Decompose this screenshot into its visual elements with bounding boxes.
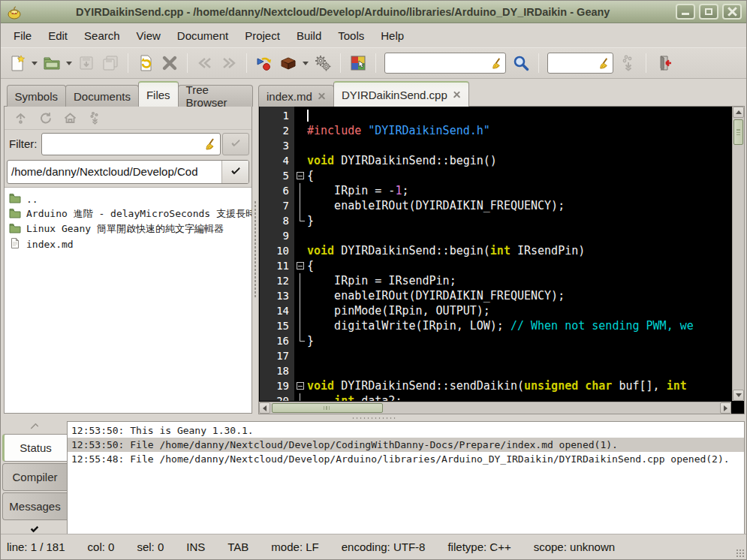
- fold-toggle-icon[interactable]: [297, 382, 304, 390]
- nav-forward-button[interactable]: [217, 51, 241, 75]
- close-button[interactable]: [722, 4, 742, 20]
- fold-margin: [294, 318, 307, 333]
- editor-vertical-scrollbar[interactable]: [732, 107, 744, 401]
- clear-icon[interactable]: [490, 57, 503, 70]
- revert-file-button[interactable]: [134, 51, 158, 75]
- build-dropdown[interactable]: [300, 51, 311, 75]
- nav-back-button[interactable]: [193, 51, 217, 75]
- code-line: 7 enableIROut(DYIRDAIKIN_FREQUENCY);: [260, 198, 731, 213]
- open-file-dropdown[interactable]: [64, 51, 74, 75]
- clear-icon[interactable]: [203, 137, 217, 151]
- build-button[interactable]: [276, 51, 300, 75]
- filter-input[interactable]: [45, 134, 203, 154]
- close-tab-icon[interactable]: [318, 92, 326, 101]
- scroll-right-button[interactable]: [720, 402, 731, 414]
- menu-tools[interactable]: Tools: [330, 26, 372, 46]
- tab-scroll-down-icon[interactable]: [2, 522, 67, 534]
- status-message-row[interactable]: 12:53:50: This is Geany 1.30.1.: [68, 423, 744, 438]
- home-icon[interactable]: [63, 111, 77, 125]
- sidebar-notebook: SymbolsDocumentsFilesTree Browser Filter…: [4, 80, 252, 414]
- sidebar-tab-tree-browser[interactable]: Tree Browser: [178, 85, 253, 107]
- save-all-button[interactable]: [98, 51, 122, 75]
- goto-line-button[interactable]: [616, 51, 640, 75]
- path-combobox[interactable]: /home/danny/Nextcloud/Develop/Cod: [7, 160, 249, 184]
- bottom-tab-compiler[interactable]: Compiler: [2, 463, 67, 491]
- titlebar[interactable]: DYIRDaikinSend.cpp - /home/danny/Nextclo…: [1, 1, 746, 23]
- menu-search[interactable]: Search: [76, 26, 128, 46]
- menu-view[interactable]: View: [128, 26, 169, 46]
- menu-help[interactable]: Help: [372, 26, 412, 46]
- code-line: 18: [260, 363, 731, 378]
- close-file-button[interactable]: [158, 51, 182, 75]
- statusbar-field: scope: unknown: [534, 540, 615, 553]
- fold-margin[interactable]: [294, 378, 307, 393]
- code-line: 16}: [260, 333, 731, 348]
- new-file-button[interactable]: [5, 51, 29, 75]
- menu-build[interactable]: Build: [288, 26, 330, 46]
- editor-horizontal-scrollbar[interactable]: [259, 402, 731, 414]
- editor-frame: 12#include "DYIRDaikinSend.h"34void DYIR…: [258, 107, 745, 414]
- toolbar-separator: [246, 53, 247, 73]
- status-message-row[interactable]: 12:53:50: File /home/danny/Nextcloud/Dev…: [68, 438, 744, 452]
- vertical-scroll-thumb[interactable]: [733, 119, 743, 145]
- line-number: 7: [260, 198, 294, 213]
- menu-file[interactable]: File: [5, 26, 40, 46]
- filter-entry-wrap: [41, 133, 221, 155]
- bottom-tab-messages[interactable]: Messages: [2, 492, 67, 520]
- path-dropdown-button[interactable]: [221, 161, 248, 183]
- menu-project[interactable]: Project: [236, 26, 288, 46]
- scroll-down-button[interactable]: [733, 390, 744, 401]
- status-message-row[interactable]: 12:55:48: File /home/danny/Nextcloud/Dev…: [68, 452, 744, 466]
- scroll-left-button[interactable]: [259, 402, 270, 414]
- execute-button[interactable]: [311, 51, 335, 75]
- clear-icon[interactable]: [598, 57, 610, 70]
- minimize-button[interactable]: [676, 4, 695, 20]
- code-line: 13 enableIROut(DYIRDAIKIN_FREQUENCY);: [260, 288, 731, 303]
- sidebar-tab-symbols[interactable]: Symbols: [7, 85, 67, 107]
- tab-label: Tree Browser: [186, 83, 245, 109]
- sidebar-tab-documents[interactable]: Documents: [65, 85, 139, 107]
- file-list-item[interactable]: Linux Geany 簡單開啟快速的純文字編輯器: [5, 221, 252, 236]
- document-tab-index.md[interactable]: index.md: [258, 85, 334, 107]
- search-input[interactable]: [388, 54, 489, 72]
- filter-dropdown-button[interactable]: [222, 133, 249, 155]
- status-messages: 12:53:50: This is Geany 1.30.1.12:53:50:…: [67, 421, 745, 535]
- quit-button[interactable]: [652, 51, 676, 75]
- file-list-item[interactable]: Arduino 進階 - delayMicroSeconds 支援長時間: [5, 206, 252, 221]
- code-text: [307, 138, 731, 153]
- bottom-tab-status[interactable]: Status: [2, 434, 67, 462]
- horizontal-scroll-thumb[interactable]: [272, 403, 383, 413]
- file-list-item[interactable]: index.md: [5, 236, 252, 251]
- code-editor[interactable]: 12#include "DYIRDaikinSend.h"34void DYIR…: [260, 107, 731, 401]
- resize-grip[interactable]: [736, 549, 745, 558]
- refresh-icon[interactable]: [38, 111, 53, 125]
- fold-toggle-icon[interactable]: [297, 172, 304, 179]
- new-file-dropdown[interactable]: [29, 51, 40, 75]
- track-path-icon[interactable]: [88, 111, 102, 125]
- horizontal-splitter[interactable]: [1, 415, 746, 421]
- editor-notebook: index.mdDYIRDaikinSend.cpp 12#include "D…: [258, 80, 745, 414]
- line-number: 10: [260, 243, 294, 258]
- search-button[interactable]: [509, 51, 533, 75]
- menu-edit[interactable]: Edit: [40, 26, 76, 46]
- save-file-button[interactable]: [74, 51, 98, 75]
- goto-line-input[interactable]: [551, 54, 596, 72]
- close-tab-icon[interactable]: [453, 91, 461, 99]
- sidebar-tab-files[interactable]: Files: [138, 81, 179, 107]
- compile-button[interactable]: [252, 51, 276, 75]
- scroll-up-button[interactable]: [733, 107, 744, 118]
- open-file-button[interactable]: [40, 51, 64, 75]
- fold-toggle-icon[interactable]: [297, 262, 304, 269]
- menu-document[interactable]: Document: [169, 26, 236, 46]
- fold-margin[interactable]: [294, 168, 307, 183]
- color-chooser-button[interactable]: [346, 51, 370, 75]
- vertical-splitter[interactable]: [252, 80, 258, 414]
- fold-margin[interactable]: [294, 258, 307, 273]
- maximize-button[interactable]: [699, 4, 718, 20]
- document-tab-dyirdaikinsend.cpp[interactable]: DYIRDaikinSend.cpp: [333, 81, 469, 107]
- tab-scroll-up-icon[interactable]: [2, 421, 67, 433]
- code-line: 17: [260, 348, 731, 363]
- code-text: enableIROut(DYIRDAIKIN_FREQUENCY);: [307, 288, 731, 303]
- up-icon[interactable]: [14, 111, 28, 125]
- file-list-item[interactable]: ..: [5, 191, 252, 206]
